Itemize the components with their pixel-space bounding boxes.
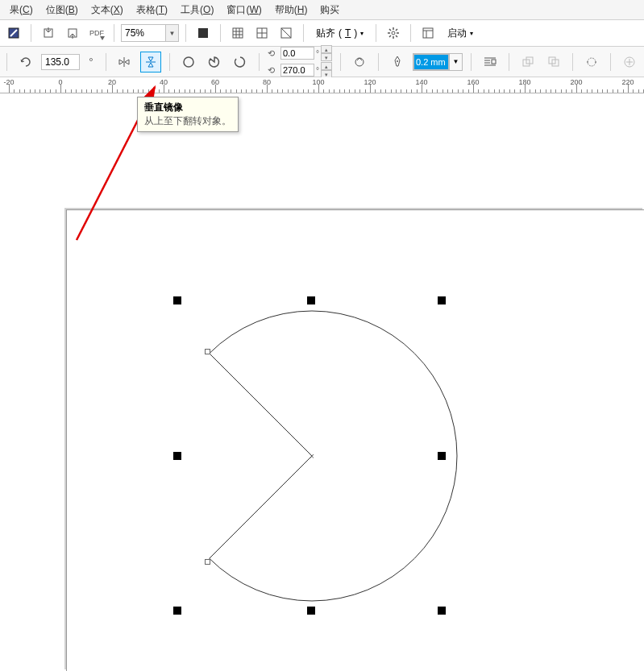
angle-unit-icon: ° xyxy=(85,52,98,72)
options-icon[interactable] xyxy=(383,23,404,43)
svg-rect-33 xyxy=(492,60,496,64)
menubar: 果(C) 位图(B) 文本(X) 表格(T) 工具(O) 窗口(W) 帮助(H)… xyxy=(0,0,644,19)
selection-handle[interactable] xyxy=(173,607,181,615)
grid-icon[interactable] xyxy=(227,23,248,43)
svg-point-38 xyxy=(588,58,596,66)
zoom-dropdown-icon[interactable]: ▼ xyxy=(165,25,178,41)
import-icon[interactable] xyxy=(38,23,59,43)
node-handle[interactable] xyxy=(205,349,210,354)
start-angle-up[interactable]: ▴ xyxy=(321,45,332,53)
svg-point-26 xyxy=(184,57,193,67)
svg-line-19 xyxy=(389,29,391,31)
svg-line-22 xyxy=(396,29,397,31)
guides-icon[interactable] xyxy=(251,23,272,43)
bounds-icon[interactable] xyxy=(276,23,297,43)
menu-item-3[interactable]: 表格(T) xyxy=(130,0,174,19)
canvas-area[interactable]: × xyxy=(0,93,644,671)
text-wrap-icon[interactable] xyxy=(480,52,501,72)
arc-icon[interactable] xyxy=(230,52,251,72)
toolbar-properties: ° ⟲ ° ▴▾ ⟲ ° ▴▾ ▼ xyxy=(0,47,644,77)
menu-item-0[interactable]: 果(C) xyxy=(3,0,39,19)
selection-handle[interactable] xyxy=(438,607,446,615)
stroke-width-dropdown[interactable]: ▼ xyxy=(449,54,462,70)
svg-line-12 xyxy=(281,28,291,38)
selection-handle[interactable] xyxy=(438,296,446,304)
start-angle-icon: ⟲ xyxy=(268,48,279,59)
convert-curves-icon[interactable] xyxy=(581,52,602,72)
snap-dropdown[interactable]: 贴齐(T) ▾ xyxy=(310,23,369,43)
svg-rect-4 xyxy=(233,28,243,38)
launch-dropdown[interactable]: 启动 ▾ xyxy=(442,23,479,43)
to-front-icon[interactable] xyxy=(517,52,538,72)
end-angle-up[interactable]: ▴ xyxy=(321,62,332,70)
svg-point-40 xyxy=(595,61,596,63)
selection-handle[interactable] xyxy=(438,452,446,460)
svg-rect-23 xyxy=(423,28,433,38)
to-back-icon[interactable] xyxy=(543,52,564,72)
direction-icon[interactable] xyxy=(349,52,370,72)
menu-item-6[interactable]: 帮助(H) xyxy=(268,0,314,19)
start-angle-input[interactable] xyxy=(280,47,314,60)
zoom-input[interactable] xyxy=(122,27,165,39)
pie-icon[interactable] xyxy=(204,52,225,72)
selection-handle[interactable] xyxy=(173,452,181,460)
menu-item-5[interactable]: 窗口(W) xyxy=(220,0,268,19)
stroke-width-input[interactable] xyxy=(413,54,449,70)
start-angle-down[interactable]: ▾ xyxy=(321,53,332,61)
pdf-export-icon[interactable]: PDF xyxy=(86,23,107,43)
menu-item-4[interactable]: 工具(O) xyxy=(174,0,220,19)
selection-handle[interactable] xyxy=(307,607,315,615)
svg-line-21 xyxy=(389,35,391,37)
rotation-angle-input[interactable] xyxy=(41,54,80,70)
ellipse-icon[interactable] xyxy=(178,52,199,72)
end-angle-icon: ⟲ xyxy=(268,65,279,76)
menu-item-1[interactable]: 位图(B) xyxy=(39,0,85,19)
pie-shape[interactable] xyxy=(0,93,644,671)
tooltip-desc: 从上至下翻转对象。 xyxy=(144,114,231,128)
svg-line-20 xyxy=(396,35,397,37)
selection-handle[interactable] xyxy=(173,296,181,304)
fullscreen-icon[interactable] xyxy=(193,23,214,43)
selection-handle[interactable] xyxy=(307,296,315,304)
mirror-horizontal-icon[interactable] xyxy=(114,52,135,72)
svg-point-28 xyxy=(397,60,398,62)
end-angle-input[interactable] xyxy=(280,64,314,77)
menu-item-2[interactable]: 文本(X) xyxy=(85,0,130,19)
zoom-level-input[interactable]: ▼ xyxy=(121,24,179,42)
node-handle[interactable] xyxy=(205,559,210,565)
menu-item-7[interactable]: 购买 xyxy=(314,0,346,19)
rotate-icon[interactable] xyxy=(15,52,36,72)
svg-point-14 xyxy=(392,31,395,35)
stroke-width-group[interactable]: ▼ xyxy=(413,53,463,71)
pen-icon[interactable] xyxy=(387,52,408,72)
center-marker: × xyxy=(310,452,314,461)
tooltip-title: 垂直镜像 xyxy=(144,101,231,114)
tooltip: 垂直镜像 从上至下翻转对象。 xyxy=(137,97,239,132)
maximize-icon[interactable] xyxy=(3,23,24,43)
horizontal-ruler: -20020406080100120140160180200220240 xyxy=(0,77,644,93)
svg-point-39 xyxy=(587,61,588,63)
toolbar-standard: PDF ▼ 贴齐(T) ▾ 启动 ▾ xyxy=(0,19,644,47)
svg-point-27 xyxy=(355,58,364,66)
add-icon[interactable] xyxy=(619,52,640,72)
svg-rect-3 xyxy=(198,28,208,38)
layout-icon[interactable] xyxy=(418,23,438,43)
mirror-vertical-icon[interactable] xyxy=(140,52,161,72)
export-icon[interactable] xyxy=(62,23,83,43)
